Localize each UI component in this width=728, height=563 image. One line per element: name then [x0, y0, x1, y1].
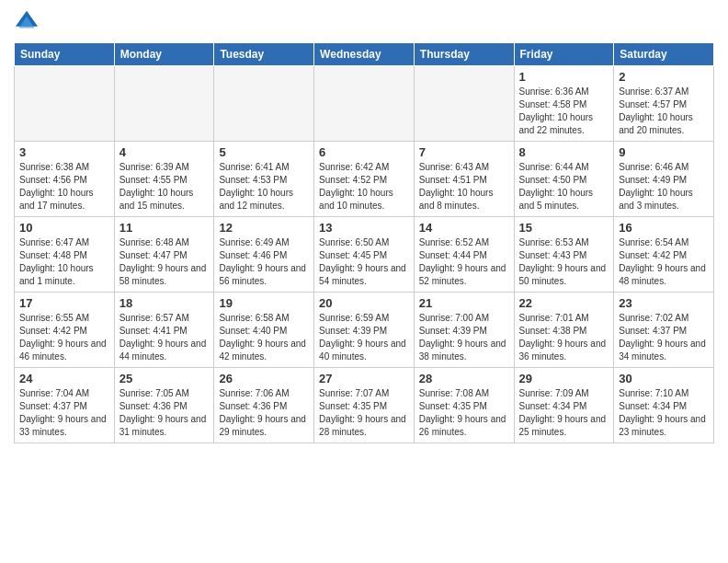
- calendar-week-row: 10Sunrise: 6:47 AM Sunset: 4:48 PM Dayli…: [15, 217, 714, 293]
- cell-info: Sunrise: 6:54 AM Sunset: 4:42 PM Dayligh…: [619, 236, 709, 288]
- cell-info: Sunrise: 6:36 AM Sunset: 4:58 PM Dayligh…: [519, 86, 609, 137]
- calendar-day-cell: 22Sunrise: 7:01 AM Sunset: 4:38 PM Dayli…: [514, 293, 614, 368]
- calendar-week-row: 17Sunrise: 6:55 AM Sunset: 4:42 PM Dayli…: [15, 293, 714, 368]
- calendar-header-cell: Saturday: [614, 43, 714, 66]
- cell-info: Sunrise: 6:49 AM Sunset: 4:46 PM Dayligh…: [219, 236, 309, 288]
- calendar-day-cell: 1Sunrise: 6:36 AM Sunset: 4:58 PM Daylig…: [514, 66, 614, 142]
- day-number: 19: [219, 296, 309, 310]
- cell-info: Sunrise: 6:38 AM Sunset: 4:56 PM Dayligh…: [19, 161, 109, 213]
- calendar-day-cell: [15, 66, 115, 142]
- day-number: 9: [619, 145, 709, 159]
- cell-info: Sunrise: 7:05 AM Sunset: 4:36 PM Dayligh…: [119, 387, 210, 439]
- calendar-day-cell: 10Sunrise: 6:47 AM Sunset: 4:48 PM Dayli…: [15, 217, 115, 293]
- calendar-day-cell: 3Sunrise: 6:38 AM Sunset: 4:56 PM Daylig…: [15, 142, 115, 217]
- day-number: 12: [219, 221, 309, 235]
- calendar-day-cell: 14Sunrise: 6:52 AM Sunset: 4:44 PM Dayli…: [414, 217, 514, 293]
- day-number: 2: [619, 70, 709, 84]
- calendar-week-row: 24Sunrise: 7:04 AM Sunset: 4:37 PM Dayli…: [15, 368, 714, 443]
- cell-info: Sunrise: 7:04 AM Sunset: 4:37 PM Dayligh…: [19, 387, 109, 439]
- day-number: 4: [119, 145, 210, 159]
- calendar-day-cell: 13Sunrise: 6:50 AM Sunset: 4:45 PM Dayli…: [314, 217, 415, 293]
- calendar-header-row: SundayMondayTuesdayWednesdayThursdayFrid…: [15, 43, 714, 66]
- day-number: 18: [119, 296, 210, 310]
- calendar-header-cell: Thursday: [414, 43, 514, 66]
- calendar-header-cell: Friday: [514, 43, 614, 66]
- day-number: 8: [519, 145, 609, 159]
- calendar-day-cell: 30Sunrise: 7:10 AM Sunset: 4:34 PM Dayli…: [614, 368, 714, 443]
- cell-info: Sunrise: 6:50 AM Sunset: 4:45 PM Dayligh…: [319, 236, 409, 288]
- logo: [14, 9, 41, 35]
- cell-info: Sunrise: 6:42 AM Sunset: 4:52 PM Dayligh…: [319, 161, 409, 213]
- day-number: 20: [319, 296, 409, 310]
- calendar-day-cell: 11Sunrise: 6:48 AM Sunset: 4:47 PM Dayli…: [114, 217, 214, 293]
- page: SundayMondayTuesdayWednesdayThursdayFrid…: [0, 0, 728, 563]
- calendar-day-cell: 28Sunrise: 7:08 AM Sunset: 4:35 PM Dayli…: [414, 368, 514, 443]
- header: [14, 9, 714, 35]
- cell-info: Sunrise: 7:08 AM Sunset: 4:35 PM Dayligh…: [419, 387, 509, 439]
- day-number: 1: [519, 70, 609, 84]
- cell-info: Sunrise: 6:57 AM Sunset: 4:41 PM Dayligh…: [119, 312, 210, 363]
- calendar-day-cell: 12Sunrise: 6:49 AM Sunset: 4:46 PM Dayli…: [214, 217, 314, 293]
- cell-info: Sunrise: 6:48 AM Sunset: 4:47 PM Dayligh…: [119, 236, 210, 288]
- cell-info: Sunrise: 7:10 AM Sunset: 4:34 PM Dayligh…: [619, 387, 709, 439]
- day-number: 28: [419, 372, 509, 385]
- calendar-day-cell: 2Sunrise: 6:37 AM Sunset: 4:57 PM Daylig…: [614, 66, 714, 142]
- cell-info: Sunrise: 6:58 AM Sunset: 4:40 PM Dayligh…: [219, 312, 309, 363]
- calendar-day-cell: 17Sunrise: 6:55 AM Sunset: 4:42 PM Dayli…: [15, 293, 115, 368]
- day-number: 15: [519, 221, 609, 235]
- cell-info: Sunrise: 6:52 AM Sunset: 4:44 PM Dayligh…: [419, 236, 509, 288]
- cell-info: Sunrise: 7:01 AM Sunset: 4:38 PM Dayligh…: [519, 312, 609, 363]
- day-number: 14: [419, 221, 509, 235]
- day-number: 6: [319, 145, 409, 159]
- day-number: 26: [219, 372, 309, 385]
- day-number: 3: [19, 145, 109, 159]
- calendar-week-row: 3Sunrise: 6:38 AM Sunset: 4:56 PM Daylig…: [15, 142, 714, 217]
- day-number: 13: [319, 221, 409, 235]
- calendar-header-cell: Sunday: [15, 43, 115, 66]
- calendar-day-cell: [214, 66, 314, 142]
- calendar-day-cell: 18Sunrise: 6:57 AM Sunset: 4:41 PM Dayli…: [114, 293, 214, 368]
- cell-info: Sunrise: 7:06 AM Sunset: 4:36 PM Dayligh…: [219, 387, 309, 439]
- calendar-day-cell: 4Sunrise: 6:39 AM Sunset: 4:55 PM Daylig…: [114, 142, 214, 217]
- cell-info: Sunrise: 6:37 AM Sunset: 4:57 PM Dayligh…: [619, 86, 709, 137]
- calendar-day-cell: 23Sunrise: 7:02 AM Sunset: 4:37 PM Dayli…: [614, 293, 714, 368]
- cell-info: Sunrise: 6:55 AM Sunset: 4:42 PM Dayligh…: [19, 312, 109, 363]
- calendar-header-cell: Monday: [114, 43, 214, 66]
- cell-info: Sunrise: 6:41 AM Sunset: 4:53 PM Dayligh…: [219, 161, 309, 213]
- cell-info: Sunrise: 6:53 AM Sunset: 4:43 PM Dayligh…: [519, 236, 609, 288]
- day-number: 11: [119, 221, 210, 235]
- cell-info: Sunrise: 6:39 AM Sunset: 4:55 PM Dayligh…: [119, 161, 210, 213]
- cell-info: Sunrise: 7:07 AM Sunset: 4:35 PM Dayligh…: [319, 387, 409, 439]
- calendar-day-cell: [414, 66, 514, 142]
- day-number: 5: [219, 145, 309, 159]
- calendar-day-cell: 6Sunrise: 6:42 AM Sunset: 4:52 PM Daylig…: [314, 142, 415, 217]
- calendar-day-cell: 29Sunrise: 7:09 AM Sunset: 4:34 PM Dayli…: [514, 368, 614, 443]
- calendar-header-cell: Tuesday: [214, 43, 314, 66]
- calendar-week-row: 1Sunrise: 6:36 AM Sunset: 4:58 PM Daylig…: [15, 66, 714, 142]
- day-number: 23: [619, 296, 709, 310]
- cell-info: Sunrise: 7:02 AM Sunset: 4:37 PM Dayligh…: [619, 312, 709, 363]
- calendar-header-cell: Wednesday: [314, 43, 415, 66]
- calendar-day-cell: 5Sunrise: 6:41 AM Sunset: 4:53 PM Daylig…: [214, 142, 314, 217]
- calendar-day-cell: [114, 66, 214, 142]
- calendar-day-cell: 26Sunrise: 7:06 AM Sunset: 4:36 PM Dayli…: [214, 368, 314, 443]
- cell-info: Sunrise: 6:44 AM Sunset: 4:50 PM Dayligh…: [519, 161, 609, 213]
- day-number: 30: [619, 372, 709, 385]
- calendar-table: SundayMondayTuesdayWednesdayThursdayFrid…: [14, 42, 714, 443]
- calendar-day-cell: [314, 66, 415, 142]
- calendar-day-cell: 8Sunrise: 6:44 AM Sunset: 4:50 PM Daylig…: [514, 142, 614, 217]
- cell-info: Sunrise: 6:47 AM Sunset: 4:48 PM Dayligh…: [19, 236, 109, 288]
- day-number: 16: [619, 221, 709, 235]
- cell-info: Sunrise: 6:46 AM Sunset: 4:49 PM Dayligh…: [619, 161, 709, 213]
- calendar-day-cell: 15Sunrise: 6:53 AM Sunset: 4:43 PM Dayli…: [514, 217, 614, 293]
- calendar-day-cell: 16Sunrise: 6:54 AM Sunset: 4:42 PM Dayli…: [614, 217, 714, 293]
- day-number: 24: [19, 372, 109, 385]
- day-number: 29: [519, 372, 609, 385]
- day-number: 17: [19, 296, 109, 310]
- cell-info: Sunrise: 7:00 AM Sunset: 4:39 PM Dayligh…: [419, 312, 509, 363]
- calendar-day-cell: 20Sunrise: 6:59 AM Sunset: 4:39 PM Dayli…: [314, 293, 415, 368]
- logo-icon: [14, 9, 40, 35]
- calendar-day-cell: 21Sunrise: 7:00 AM Sunset: 4:39 PM Dayli…: [414, 293, 514, 368]
- calendar-day-cell: 19Sunrise: 6:58 AM Sunset: 4:40 PM Dayli…: [214, 293, 314, 368]
- day-number: 27: [319, 372, 409, 385]
